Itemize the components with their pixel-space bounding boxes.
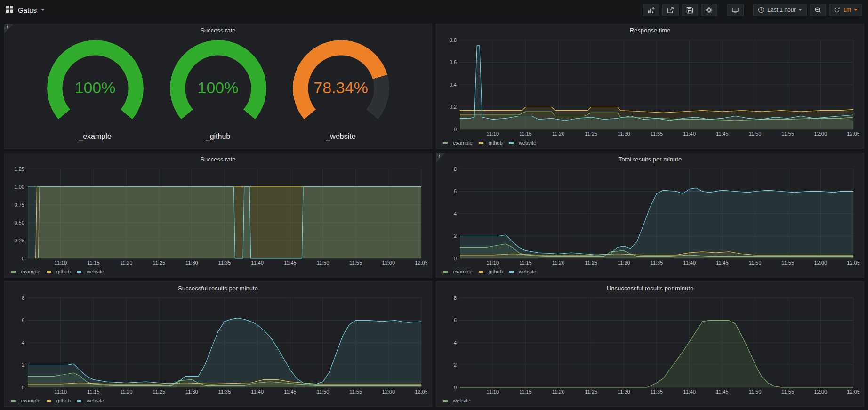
tv-monitor-icon — [731, 7, 739, 14]
panel-success-rate-timeseries: Success rate 00.250.500.751.001.2511:101… — [4, 153, 432, 278]
gauge-label: _example — [47, 132, 144, 141]
save-icon — [686, 7, 693, 14]
share-button[interactable] — [662, 4, 679, 16]
legend-item-_website[interactable]: _website — [77, 269, 104, 274]
svg-text:0.50: 0.50 — [15, 220, 24, 225]
panel-title[interactable]: Success rate — [9, 24, 427, 36]
svg-text:8: 8 — [22, 295, 24, 301]
panel-title[interactable]: Response time — [441, 24, 859, 36]
legend-item-_github[interactable]: _github — [479, 269, 503, 274]
chart-area: 0246811:1011:1511:2011:2511:3011:3511:40… — [9, 294, 427, 405]
svg-text:11:45: 11:45 — [284, 260, 297, 265]
add-panel-button[interactable] — [643, 4, 659, 16]
legend-item-_github[interactable]: _github — [47, 398, 71, 403]
svg-text:11:20: 11:20 — [120, 260, 133, 265]
svg-text:11:25: 11:25 — [585, 389, 597, 394]
legend-item-_example[interactable]: _example — [11, 269, 40, 274]
svg-text:11:10: 11:10 — [486, 389, 499, 394]
svg-text:11:40: 11:40 — [683, 131, 696, 137]
chart-success-rate[interactable]: 00.250.500.751.001.2511:1011:1511:2011:2… — [9, 165, 427, 267]
legend-item-_example[interactable]: _example — [443, 269, 473, 274]
chart-unsuccessful-results[interactable]: 0246811:1011:1511:2011:2511:3011:3511:40… — [441, 294, 859, 396]
svg-text:11:35: 11:35 — [218, 389, 231, 394]
chart-legend: _example_github_website — [441, 138, 859, 147]
zoom-out-button[interactable] — [810, 4, 826, 16]
chart-area: 00.250.500.751.001.2511:1011:1511:2011:2… — [9, 165, 427, 276]
refresh-interval-label: 1m — [843, 7, 851, 13]
legend-item-_website[interactable]: _website — [77, 398, 104, 403]
svg-text:11:15: 11:15 — [87, 260, 100, 265]
panel-info-icon[interactable]: i — [436, 153, 445, 162]
svg-text:12:05: 12:05 — [847, 260, 859, 265]
svg-text:2: 2 — [454, 233, 457, 239]
svg-text:11:20: 11:20 — [552, 389, 565, 394]
settings-button[interactable] — [701, 4, 717, 16]
svg-text:11:10: 11:10 — [486, 260, 499, 265]
legend-item-_example[interactable]: _example — [443, 140, 473, 145]
svg-text:11:25: 11:25 — [585, 260, 597, 265]
panel-info-icon[interactable]: i — [4, 24, 13, 33]
svg-text:6: 6 — [22, 317, 24, 323]
svg-text:11:30: 11:30 — [185, 389, 198, 394]
panel-response-time: Response time 00.20.40.60.811:1011:1511:… — [436, 24, 864, 149]
panel-title[interactable]: Successful results per minute — [9, 282, 427, 294]
svg-text:11:20: 11:20 — [120, 389, 133, 394]
legend-item-_github[interactable]: _github — [47, 269, 71, 274]
svg-text:0.2: 0.2 — [450, 104, 457, 110]
chart-successful-results[interactable]: 0246811:1011:1511:2011:2511:3011:3511:40… — [9, 294, 427, 396]
svg-text:11:55: 11:55 — [781, 131, 794, 137]
svg-text:11:40: 11:40 — [251, 260, 264, 265]
refresh-button[interactable]: 1m — [829, 4, 862, 16]
share-icon — [667, 7, 674, 14]
gear-icon — [706, 7, 713, 14]
navbar: Gatus — [0, 0, 868, 20]
svg-text:11:55: 11:55 — [349, 389, 362, 394]
svg-text:11:45: 11:45 — [284, 389, 297, 394]
panel-title-text: Unsuccessful results per minute — [607, 285, 693, 292]
panel-successful-results-per-minute: Successful results per minute 0246811:10… — [4, 281, 432, 407]
legend-item-_website[interactable]: _website — [509, 140, 536, 145]
chart-total-results[interactable]: 0246811:1011:1511:2011:2511:3011:3511:40… — [441, 165, 859, 267]
svg-text:11:10: 11:10 — [54, 389, 67, 394]
chart-response-time[interactable]: 00.20.40.60.811:1011:1511:2011:2511:3011… — [441, 36, 859, 138]
panel-title[interactable]: Success rate — [9, 153, 427, 165]
time-range-button[interactable]: Last 1 hour — [753, 4, 807, 16]
svg-text:11:15: 11:15 — [519, 131, 532, 137]
svg-text:8: 8 — [454, 166, 457, 172]
svg-text:11:55: 11:55 — [781, 260, 794, 265]
navbar-right: Last 1 hour 1m — [643, 4, 862, 16]
add-panel-icon — [648, 7, 655, 14]
svg-text:2: 2 — [454, 362, 457, 368]
chart-legend: _example_github_website — [9, 396, 427, 405]
svg-text:11:20: 11:20 — [552, 131, 565, 137]
svg-text:1.00: 1.00 — [15, 184, 24, 190]
apps-grid-icon[interactable] — [6, 5, 14, 15]
legend-item-_example[interactable]: _example — [11, 398, 40, 403]
svg-text:0: 0 — [454, 256, 457, 261]
legend-item-_website[interactable]: _website — [443, 398, 470, 403]
svg-text:11:10: 11:10 — [486, 131, 499, 137]
gauge-label: _website — [293, 132, 389, 141]
save-button[interactable] — [682, 4, 698, 16]
time-range-label: Last 1 hour — [767, 7, 796, 13]
dashboard-caret-down-icon[interactable] — [41, 9, 45, 11]
tv-mode-button[interactable] — [727, 4, 744, 16]
svg-text:2: 2 — [22, 362, 24, 368]
svg-text:11:25: 11:25 — [153, 260, 165, 265]
svg-text:11:50: 11:50 — [749, 260, 762, 265]
panel-title[interactable]: Unsuccessful results per minute — [441, 282, 859, 294]
legend-item-_website[interactable]: _website — [509, 269, 536, 274]
chart-legend: _example_github_website — [9, 267, 427, 276]
panel-title-text: Success rate — [200, 156, 235, 163]
panel-total-results-per-minute: i Total results per minute 0246811:1011:… — [436, 153, 864, 278]
navbar-left: Gatus — [6, 5, 45, 15]
gauge-value: 78.34% — [293, 79, 389, 97]
svg-text:11:45: 11:45 — [716, 389, 729, 394]
svg-text:11:50: 11:50 — [749, 389, 762, 394]
legend-item-_github[interactable]: _github — [479, 140, 503, 145]
gauge-_github: 100% _github — [170, 40, 266, 141]
svg-text:0: 0 — [454, 385, 457, 390]
dashboard-title[interactable]: Gatus — [18, 6, 37, 14]
svg-text:4: 4 — [454, 340, 457, 346]
panel-title[interactable]: Total results per minute — [441, 153, 859, 165]
